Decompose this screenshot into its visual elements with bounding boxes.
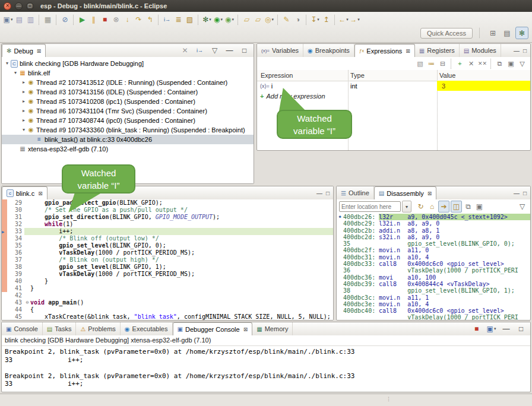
maximize-icon[interactable]: □ <box>239 45 249 56</box>
code-line[interactable]: 42 <box>2 292 333 299</box>
column-expression[interactable]: Expression <box>257 72 348 79</box>
remove-expression-icon[interactable]: ✕ <box>466 59 476 68</box>
dropdown-arrow-icon[interactable]: ▾ <box>317 17 319 22</box>
step-into-icon[interactable]: ↓ <box>122 14 132 25</box>
skip-all-breakpoints-icon[interactable]: ⊘ <box>60 14 70 25</box>
minimize-icon[interactable]: — <box>224 45 235 56</box>
cpp-perspective-icon[interactable]: ▤ <box>501 27 513 39</box>
pin-view-icon[interactable]: ▣ <box>506 59 516 68</box>
terminate-icon[interactable]: ■ <box>100 14 110 25</box>
show-type-names-icon[interactable]: ▧ <box>415 59 425 68</box>
code-line[interactable]: 32 while(1) <box>2 221 333 228</box>
disconnect-icon[interactable]: ⊗ <box>111 14 121 25</box>
new-view-icon[interactable]: ⧉ <box>463 201 473 212</box>
add-expression-icon[interactable]: + <box>455 59 465 68</box>
statusbar-grip[interactable]: ⋮ <box>386 396 392 402</box>
dropdown-arrow-icon[interactable]: ▾ <box>271 17 274 22</box>
tree-item-selected[interactable]: ≡blink_task() at blink.c:33 0x400dbc26 <box>2 135 254 144</box>
minimize-icon[interactable]: — <box>514 47 520 54</box>
code-line[interactable]: 39 vTaskDelay(1000 / portTICK_PERIOD_MS)… <box>2 271 333 278</box>
dropdown-arrow-icon[interactable]: ▾ <box>357 17 360 22</box>
minimize-icon[interactable]: — <box>501 323 511 334</box>
resume-icon[interactable]: ▶ <box>77 14 87 25</box>
tree-layout-icon[interactable]: ≔ <box>426 59 436 68</box>
minimize-icon[interactable]: — <box>514 190 520 196</box>
debug-icon[interactable]: ✻▾ <box>202 14 212 25</box>
dropdown-arrow-icon[interactable]: ▾ <box>494 326 496 331</box>
view-menu-icon[interactable]: ▽ <box>517 59 527 68</box>
code-line[interactable]: 31 gpio_set_direction(BLINK_GPIO, GPIO_M… <box>2 214 333 221</box>
view-menu-icon[interactable]: ▽ <box>210 45 220 56</box>
dropdown-arrow-icon[interactable]: ▾ <box>220 17 223 22</box>
code-line[interactable]: 30 /* Set the GPIO as a push/pull output… <box>2 207 333 214</box>
view-tab-disassembly[interactable]: ▤Disassembly⊠ <box>374 186 436 200</box>
expanded-arrow-icon[interactable]: ▾ <box>12 68 18 78</box>
home-icon[interactable]: ⌂ <box>427 201 437 212</box>
run-icon[interactable]: ◉▾ <box>213 14 223 25</box>
use-step-filters-icon[interactable]: ≣ <box>173 14 183 25</box>
view-tab-outline[interactable]: ☰Outline <box>337 186 374 199</box>
code-line[interactable]: 40 } <box>2 278 333 285</box>
view-menu-icon[interactable]: ▽ <box>517 201 527 212</box>
tree-item[interactable]: ▾◉Thread #9 1073433360 (blink_task : Run… <box>2 125 254 135</box>
remove-all-expressions-icon[interactable]: ✕✕ <box>477 59 487 68</box>
terminate-console-icon[interactable]: ■ <box>471 323 482 334</box>
forward-icon[interactable]: →▾ <box>350 14 360 25</box>
step-over-icon[interactable]: ↷ <box>134 14 144 25</box>
search-icon[interactable]: ◎▾ <box>264 14 274 25</box>
instruction-stepping-mode-icon[interactable]: i→ <box>195 45 205 56</box>
debug-trace-icon[interactable]: ▧ <box>185 14 195 25</box>
column-type[interactable]: Type <box>348 72 437 79</box>
display-selected-console-icon[interactable]: ▣▾ <box>486 323 496 334</box>
add-new-expression-row[interactable]: + Add new expression <box>257 91 530 101</box>
collapsed-arrow-icon[interactable]: ▸ <box>21 116 27 125</box>
pin-view-icon[interactable]: ▣ <box>474 201 484 212</box>
console-tab-executables[interactable]: ◉Executables <box>121 322 173 335</box>
maximize-icon[interactable]: □ <box>326 190 330 196</box>
save-all-icon[interactable]: ▥ <box>26 14 36 25</box>
view-tab-modules[interactable]: ▤Modules <box>460 44 501 57</box>
code-line[interactable]: 43⊖void app_main() <box>2 299 333 306</box>
tab-blink-c[interactable]: c blink.c ⊠ <box>2 186 48 200</box>
window-maximize-button[interactable]: ▢ <box>26 2 34 10</box>
expanded-arrow-icon[interactable]: ▾ <box>4 59 10 68</box>
open-resource-icon[interactable]: ▱ <box>253 14 263 25</box>
console-tab-console[interactable]: ▣Console <box>2 322 43 335</box>
code-line[interactable]: 29 gpio_pad_select_gpio(BLINK_GPIO); <box>2 199 333 207</box>
code-line[interactable]: 36 vTaskDelay(1000 / portTICK_PERIOD_MS)… <box>2 249 333 256</box>
last-edit-location-icon[interactable]: ↥ <box>321 14 331 25</box>
location-input[interactable] <box>339 201 401 212</box>
tree-item[interactable]: ▾▦blink.elf <box>2 68 254 78</box>
collapsed-arrow-icon[interactable]: ▸ <box>21 97 27 106</box>
view-tab-breakpoints[interactable]: ◉Breakpoints <box>303 44 354 57</box>
location-dropdown-icon[interactable]: ▼ <box>402 201 411 212</box>
collapsed-arrow-icon[interactable]: ▸ <box>21 106 27 116</box>
external-tools-icon[interactable]: ◉▾ <box>224 14 235 25</box>
tab-close-icon[interactable]: ⊠ <box>406 48 410 54</box>
tree-item[interactable]: ▸◉Thread #7 1073408744 (ipc0) (Suspended… <box>2 116 254 125</box>
tree-item[interactable]: ▸◉Thread #5 1073410208 (ipc1) (Suspended… <box>2 97 254 106</box>
open-element-icon[interactable]: ▱ <box>242 14 252 25</box>
code-line[interactable]: 45 xTaskCreate(&blink_task, "blink_task"… <box>2 313 333 320</box>
back-icon[interactable]: ←▾ <box>338 14 349 25</box>
fold-marker-icon[interactable]: ⊖ <box>24 299 30 306</box>
build-icon[interactable]: ▦ <box>43 14 53 25</box>
collapsed-arrow-icon[interactable]: ▸ <box>21 78 27 87</box>
minimize-icon[interactable]: — <box>316 190 322 196</box>
tab-debug[interactable]: ✻ Debug ⊠ <box>2 44 46 58</box>
collapsed-arrow-icon[interactable]: ▸ <box>21 87 27 97</box>
quick-access-button[interactable]: Quick Access <box>420 28 473 39</box>
tab-close-icon[interactable]: ⊠ <box>428 191 432 196</box>
view-tab-expressions[interactable]: ƒxExpressions⊠ <box>354 44 415 58</box>
tree-item[interactable]: ▸◉Thread #2 1073413512 (IDLE : Running) … <box>2 78 254 87</box>
tab-close-icon[interactable]: ⊠ <box>243 326 248 332</box>
console-tab-problems[interactable]: ⚠Problems <box>76 322 120 335</box>
track-current-instruction-icon[interactable]: ◫ <box>451 201 462 212</box>
save-icon[interactable]: ▤ <box>14 14 24 25</box>
breakpoint-marker[interactable]: ▶ <box>2 228 7 235</box>
instruction-stepping-icon[interactable]: i→ <box>162 14 172 25</box>
dropdown-arrow-icon[interactable]: ▾ <box>232 17 234 22</box>
code-line-current[interactable]: ▶33 i++; <box>2 228 333 235</box>
suspend-icon[interactable]: ∥ <box>88 14 99 25</box>
open-perspective-icon[interactable]: ⊞ <box>487 27 499 39</box>
